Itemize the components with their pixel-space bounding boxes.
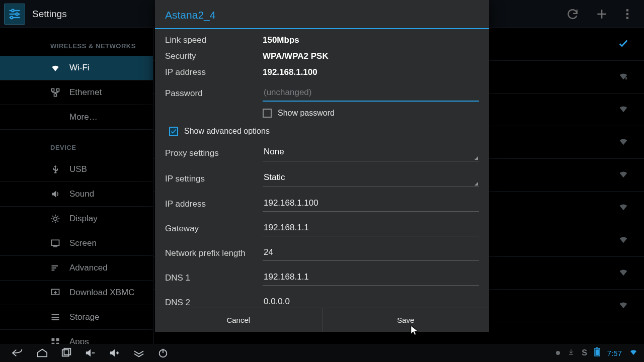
recent-apps-button[interactable] (54, 344, 78, 362)
dns2-field[interactable] (263, 295, 479, 308)
dialog-title: Astana2_4 (155, 0, 489, 28)
hide-bar-button[interactable] (127, 344, 151, 362)
wifi-network-dialog: Astana2_4 Link speed 150Mbps Security WP… (155, 0, 489, 332)
back-button[interactable] (6, 344, 30, 362)
ip-address-label: IP address (165, 199, 263, 209)
battery-icon (594, 347, 600, 358)
password-field[interactable] (263, 85, 479, 102)
svg-point-37 (556, 351, 560, 355)
show-advanced-label: Show advanced options (184, 127, 270, 136)
show-password-label: Show password (278, 109, 335, 118)
cancel-button[interactable]: Cancel (155, 308, 322, 332)
download-status-icon (568, 348, 575, 357)
svg-rect-40 (596, 347, 598, 348)
security-value: WPA/WPA2 PSK (263, 51, 329, 61)
status-dot-icon (555, 348, 560, 357)
link-speed-label: Link speed (165, 35, 263, 45)
wifi-status-icon (629, 347, 638, 358)
ip-address-field[interactable] (263, 196, 479, 212)
checkbox-icon (263, 109, 272, 118)
ip-address-info-label: IP address (165, 67, 263, 77)
s-status-icon: S (582, 348, 587, 357)
dns1-field[interactable] (263, 270, 479, 286)
checkbox-checked-icon (169, 127, 178, 136)
svg-rect-41 (595, 349, 599, 355)
password-label: Password (165, 88, 263, 99)
gateway-label: Gateway (165, 224, 263, 234)
proxy-settings-select[interactable]: None (263, 145, 479, 161)
show-advanced-checkbox[interactable]: Show advanced options (165, 127, 479, 136)
network-prefix-label: Network prefix length (165, 248, 263, 258)
mouse-cursor-icon (410, 325, 421, 336)
status-clock: 7:57 (607, 349, 622, 357)
dns1-label: DNS 1 (165, 273, 263, 283)
volume-up-button[interactable] (103, 344, 127, 362)
proxy-settings-label: Proxy settings (165, 148, 263, 158)
volume-down-button[interactable] (78, 344, 103, 362)
save-button[interactable]: Save (322, 308, 490, 332)
ip-settings-select[interactable]: Static (263, 170, 479, 187)
dns2-label: DNS 2 (165, 298, 263, 308)
home-button[interactable] (30, 344, 54, 362)
security-label: Security (165, 51, 263, 61)
svg-rect-34 (117, 351, 118, 354)
svg-rect-32 (92, 352, 95, 353)
gateway-field[interactable] (263, 221, 479, 236)
show-password-checkbox[interactable]: Show password (165, 109, 479, 118)
ip-address-info-value: 192.168.1.100 (263, 67, 317, 77)
link-speed-value: 150Mbps (263, 35, 299, 45)
network-prefix-field[interactable] (263, 245, 479, 261)
ip-settings-label: IP settings (165, 174, 263, 184)
power-button[interactable] (151, 344, 175, 362)
